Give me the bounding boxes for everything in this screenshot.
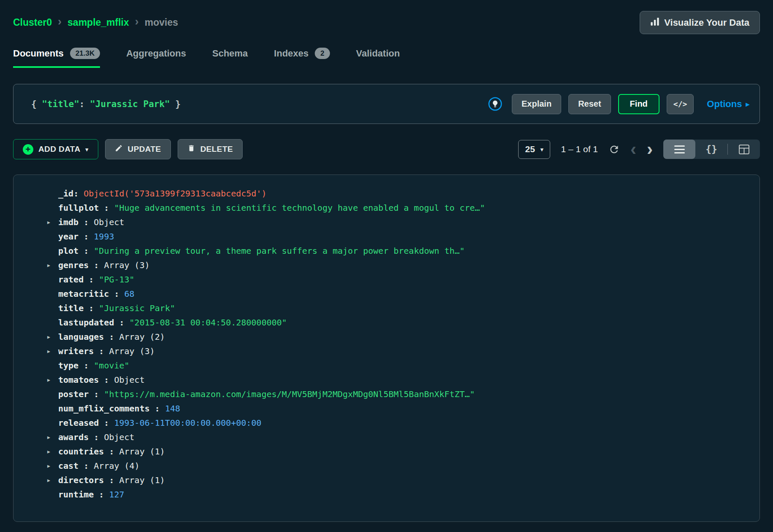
breadcrumb-database[interactable]: sample_mflix bbox=[68, 17, 129, 28]
expand-caret-icon[interactable]: ▸ bbox=[47, 333, 58, 340]
document-field-row: runtime : 127 bbox=[14, 487, 759, 502]
field-separator: : bbox=[73, 188, 84, 199]
options-link[interactable]: Options ▸ bbox=[707, 99, 749, 110]
field-key: genres bbox=[58, 260, 89, 270]
code-icon: </> bbox=[673, 99, 687, 108]
indexes-count-badge: 2 bbox=[315, 48, 330, 59]
expand-caret-icon[interactable]: ▸ bbox=[47, 462, 58, 469]
page-size-select[interactable]: 25 ▾ bbox=[518, 140, 551, 159]
document-field-row: ▸writers : Array (3) bbox=[14, 344, 759, 358]
tab-aggregations[interactable]: Aggregations bbox=[126, 48, 186, 68]
tab-indexes[interactable]: Indexes 2 bbox=[274, 48, 330, 68]
field-separator: : bbox=[78, 360, 94, 371]
expand-caret-icon[interactable]: ▸ bbox=[47, 348, 58, 355]
tab-validation[interactable]: Validation bbox=[356, 48, 400, 68]
caret-down-icon: ▾ bbox=[541, 146, 543, 153]
query-token: "title" bbox=[42, 99, 79, 109]
list-view-button[interactable] bbox=[663, 140, 695, 159]
document-field-row: ▸directors : Array (1) bbox=[14, 473, 759, 487]
document-field-row: ▸imdb : Object bbox=[14, 215, 759, 229]
query-input[interactable]: { "title": "Jurassic Park" } bbox=[31, 99, 181, 109]
code-toggle-button[interactable]: </> bbox=[667, 94, 694, 114]
insight-lightbulb-icon[interactable] bbox=[488, 97, 502, 111]
plus-icon: + bbox=[23, 144, 33, 155]
delete-button[interactable]: DELETE bbox=[178, 139, 243, 159]
field-key: rated bbox=[58, 274, 84, 285]
documents-count-badge: 21.3K bbox=[70, 48, 100, 59]
expand-caret-icon[interactable]: ▸ bbox=[47, 376, 58, 383]
field-key: _id bbox=[58, 188, 73, 199]
field-separator: : bbox=[150, 403, 165, 414]
field-key: plot bbox=[58, 246, 78, 256]
field-key: title bbox=[58, 303, 84, 313]
field-key: type bbox=[58, 360, 78, 371]
document-field-row: num_mflix_comments : 148 bbox=[14, 401, 759, 416]
field-separator: : bbox=[104, 475, 119, 485]
json-view-button[interactable]: {} bbox=[695, 140, 727, 159]
field-value: "https://m.media-amazon.com/images/M/MV5… bbox=[104, 389, 475, 399]
document-field-row: ▸tomatoes : Object bbox=[14, 373, 759, 387]
explain-button[interactable]: Explain bbox=[512, 94, 561, 114]
tab-schema-label: Schema bbox=[212, 48, 248, 59]
reset-button[interactable]: Reset bbox=[568, 94, 611, 114]
field-separator: : bbox=[99, 203, 114, 213]
json-braces-icon: {} bbox=[705, 144, 717, 155]
add-data-button[interactable]: + ADD DATA ▾ bbox=[13, 139, 98, 159]
update-label: UPDATE bbox=[128, 145, 161, 154]
caret-down-icon: ▾ bbox=[86, 146, 89, 153]
document-card: _id: ObjectId('573a1399f29313caabcedc5d'… bbox=[13, 175, 760, 522]
breadcrumb-cluster[interactable]: Cluster0 bbox=[13, 17, 52, 28]
field-separator: : bbox=[104, 446, 119, 457]
visualize-data-button[interactable]: Visualize Your Data bbox=[640, 11, 760, 34]
field-value: "During a preview tour, a theme park suf… bbox=[94, 246, 465, 256]
tab-documents[interactable]: Documents 21.3K bbox=[13, 48, 100, 68]
field-separator: : bbox=[84, 274, 99, 285]
update-button[interactable]: UPDATE bbox=[105, 139, 171, 159]
query-token: "Jurassic Park" bbox=[90, 99, 170, 109]
field-value: Array (1) bbox=[119, 475, 165, 485]
query-token: { bbox=[31, 99, 42, 109]
field-separator: : bbox=[109, 289, 124, 299]
page-size-value: 25 bbox=[525, 144, 535, 154]
field-separator: : bbox=[99, 418, 114, 428]
field-value: Object bbox=[104, 432, 134, 442]
field-separator: : bbox=[94, 489, 109, 500]
caret-right-icon: ▸ bbox=[746, 100, 749, 109]
query-token: } bbox=[170, 99, 181, 109]
field-separator: : bbox=[78, 231, 94, 242]
field-value: ObjectId('573a1399f29313caabcedc5d') bbox=[84, 188, 266, 199]
field-key: directors bbox=[58, 475, 104, 485]
tab-schema[interactable]: Schema bbox=[212, 48, 248, 68]
expand-caret-icon[interactable]: ▸ bbox=[47, 434, 58, 441]
query-actions: Explain Reset Find </> Options ▸ bbox=[488, 94, 749, 114]
field-value: "Jurassic Park" bbox=[99, 303, 175, 313]
expand-caret-icon[interactable]: ▸ bbox=[47, 262, 58, 269]
chevron-right-icon: › bbox=[58, 16, 62, 27]
field-key: awards bbox=[58, 432, 89, 442]
field-value: 68 bbox=[124, 289, 135, 299]
field-key: fullplot bbox=[58, 203, 99, 213]
field-value: Array (3) bbox=[109, 346, 154, 356]
field-value: "2015-08-31 00:04:50.280000000" bbox=[130, 317, 287, 328]
field-key: runtime bbox=[58, 489, 94, 500]
expand-caret-icon[interactable]: ▸ bbox=[47, 477, 58, 484]
table-icon bbox=[739, 145, 749, 154]
document-field-row: rated : "PG-13" bbox=[14, 272, 759, 287]
list-icon bbox=[674, 145, 685, 154]
document-field-row: year : 1993 bbox=[14, 229, 759, 244]
refresh-button[interactable] bbox=[608, 144, 620, 155]
field-key: imdb bbox=[58, 217, 78, 227]
expand-caret-icon[interactable]: ▸ bbox=[47, 219, 58, 226]
find-button[interactable]: Find bbox=[618, 94, 659, 114]
table-view-button[interactable] bbox=[728, 140, 760, 159]
document-field-row: lastupdated : "2015-08-31 00:04:50.28000… bbox=[14, 315, 759, 330]
field-separator: : bbox=[104, 332, 119, 342]
next-page-button[interactable]: › bbox=[647, 143, 653, 155]
field-key: cast bbox=[58, 461, 78, 471]
document-field-row: poster : "https://m.media-amazon.com/ima… bbox=[14, 387, 759, 401]
field-value: Array (4) bbox=[94, 461, 139, 471]
toolbar-right: 25 ▾ 1 – 1 of 1 ‹ › {} bbox=[518, 140, 760, 159]
field-separator: : bbox=[94, 346, 109, 356]
prev-page-button[interactable]: ‹ bbox=[630, 143, 636, 155]
expand-caret-icon[interactable]: ▸ bbox=[47, 448, 58, 455]
